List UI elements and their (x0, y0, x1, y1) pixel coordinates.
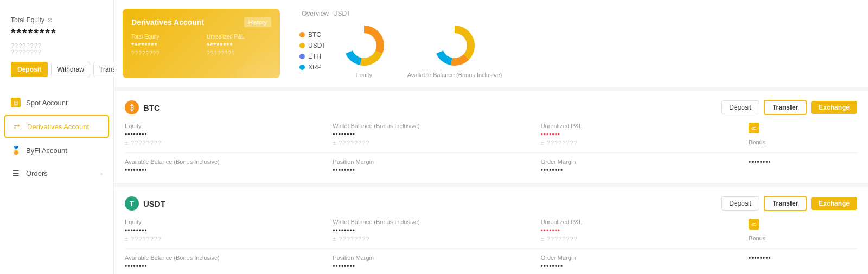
btc-unrealized-value: ••••••• (541, 131, 738, 138)
usdt-wallet-group: Wallet Balance (Bonus Inclusive) •••••••… (333, 219, 540, 243)
btc-unrealized-sub: ± ???????? (541, 139, 738, 146)
overview-section: Overview USDT BTC USDT ETH (289, 0, 868, 87)
usdt-name: T USDT (125, 196, 165, 211)
usdt-wallet-label: Wallet Balance (Bonus Inclusive) (333, 219, 529, 225)
btc-bonus-value: •••••••• (749, 158, 857, 166)
usdt-actions: Deposit Transfer Exchange (721, 196, 857, 211)
byfi-icon: 🏅 (11, 145, 21, 155)
btc-equity-group: Equity •••••••• ± ???????? (125, 123, 333, 147)
eth-dot (299, 54, 305, 59)
sidebar-item-byfi-label: ByFi Account (26, 146, 67, 155)
available-balance-chart: Available Balance (Bonus Inclusive) (407, 24, 502, 78)
usdt-position-label: Position Margin (333, 254, 529, 261)
orders-icon: ☰ (11, 168, 21, 178)
legend-xrp: XRP (299, 63, 326, 71)
sidebar-item-spot-label: Spot Account (26, 99, 68, 107)
card-unrealized-label: Unrealized P&L (207, 34, 271, 40)
usdt-order-group: Order Margin •••••••• (541, 254, 749, 270)
btc-avail-value: •••••••• (125, 167, 322, 174)
svg-point-5 (354, 36, 374, 55)
usdt-unrealized-sub: ± ???????? (541, 235, 738, 242)
sidebar-item-orders[interactable]: ☰ Orders › (0, 162, 113, 184)
card-equity-sub: ???????? (131, 50, 196, 56)
total-equity-label: Total Equity ⊘ (11, 16, 103, 24)
btc-wallet-group: Wallet Balance (Bonus Inclusive) •••••••… (333, 123, 540, 147)
legend-usdt: USDT (299, 42, 326, 49)
usdt-position-value: •••••••• (333, 263, 529, 270)
equity-sub2: ???????? (11, 49, 103, 55)
usdt-deposit-button[interactable]: Deposit (721, 196, 760, 211)
usdt-bonus-value-section: •••••••• (749, 254, 857, 270)
btc-avail-group: Available Balance (Bonus Inclusive) ••••… (125, 158, 333, 174)
btc-actions: Deposit Transfer Exchange (721, 100, 857, 115)
usdt-header: T USDT Deposit Transfer Exchange (125, 196, 857, 211)
usdt-equity-group: Equity •••••••• ± ???????? (125, 219, 333, 243)
orders-arrow-icon: › (100, 169, 103, 177)
usdt-equity-value: •••••••• (125, 227, 322, 234)
btc-header: ₿ BTC Deposit Transfer Exchange (125, 100, 857, 115)
usdt-section: T USDT Deposit Transfer Exchange Equity … (114, 187, 868, 274)
btc-transfer-button[interactable]: Transfer (764, 100, 807, 115)
btc-bonus-label-row: Bonus (749, 139, 857, 147)
card-equity-value: ******** (131, 41, 196, 49)
usdt-avail-label: Available Balance (Bonus Inclusive) (125, 254, 322, 261)
available-balance-donut (433, 24, 476, 67)
btc-deposit-button[interactable]: Deposit (721, 100, 760, 114)
usdt-divider (125, 248, 857, 249)
legend-btc: BTC (299, 31, 326, 39)
eye-icon[interactable]: ⊘ (47, 16, 53, 24)
btc-position-group: Position Margin •••••••• (333, 158, 540, 174)
usdt-exchange-button[interactable]: Exchange (811, 197, 857, 210)
equity-sub: ???????? (11, 42, 103, 49)
btc-unrealized-label: Unrealized P&L (541, 123, 738, 129)
equity-value: ******** (11, 26, 103, 40)
main-content: Derivatives Account History Total Equity… (114, 0, 868, 274)
sidebar-item-byfi[interactable]: 🏅 ByFi Account (0, 139, 113, 162)
equity-chart: Equity (342, 24, 386, 78)
equity-chart-label: Equity (355, 72, 372, 78)
btc-exchange-button[interactable]: Exchange (811, 101, 857, 114)
btc-equity-sub: ± ???????? (125, 139, 322, 146)
usdt-data-row1: Equity •••••••• ± ???????? Wallet Balanc… (125, 219, 857, 243)
sidebar-item-derivatives-label: Derivatives Account (27, 123, 89, 131)
usdt-order-label: Order Margin (541, 254, 738, 261)
sidebar-item-orders-label: Orders (26, 169, 48, 177)
btc-icon: ₿ (125, 100, 139, 114)
usdt-unrealized-value: ••••••• (541, 227, 738, 234)
card-decoration (237, 46, 280, 78)
total-equity-col: Total Equity ******** ???????? (131, 34, 196, 56)
legend: BTC USDT ETH XRP (299, 31, 326, 71)
overview-title: Overview USDT (299, 9, 857, 17)
usdt-avail-group: Available Balance (Bonus Inclusive) ••••… (125, 254, 333, 270)
btc-position-label: Position Margin (333, 158, 529, 165)
usdt-right-section: 🏷 Bonus (749, 219, 857, 243)
sidebar-item-spot[interactable]: ▤ Spot Account (0, 91, 113, 114)
btc-name: ₿ BTC (125, 100, 160, 114)
btc-order-label: Order Margin (541, 158, 738, 165)
usdt-icon: T (125, 196, 139, 211)
usdt-unrealized-group: Unrealized P&L ••••••• ± ???????? (541, 219, 749, 243)
legend-eth: ETH (299, 53, 326, 60)
btc-bonus-icon-row: 🏷 (749, 123, 857, 133)
btc-right-section: 🏷 Bonus (749, 123, 857, 147)
sidebar-nav: ▤ Spot Account ⇄ Derivatives Account 🏅 B… (0, 91, 113, 184)
svg-point-9 (445, 36, 464, 55)
derivatives-card-header: Derivatives Account History (131, 17, 271, 27)
usdt-transfer-button[interactable]: Transfer (764, 196, 807, 211)
deposit-button[interactable]: Deposit (11, 62, 48, 77)
btc-bonus-value-section: •••••••• (749, 158, 857, 174)
top-section: Derivatives Account History Total Equity… (114, 0, 868, 87)
charts: Equity Available Balance (Bonus Inclusiv… (342, 24, 502, 78)
card-equity-label: Total Equity (131, 34, 196, 40)
history-button[interactable]: History (244, 17, 271, 27)
btc-order-group: Order Margin •••••••• (541, 158, 749, 174)
usdt-bonus-value: •••••••• (749, 254, 857, 262)
usdt-wallet-value: •••••••• (333, 227, 529, 234)
btc-data-row1: Equity •••••••• ± ???????? Wallet Balanc… (125, 123, 857, 147)
overview-currency: USDT (333, 10, 351, 17)
withdraw-button[interactable]: Withdraw (51, 62, 90, 77)
usdt-data-row2: Available Balance (Bonus Inclusive) ••••… (125, 254, 857, 270)
btc-avail-label: Available Balance (Bonus Inclusive) (125, 158, 322, 165)
usdt-equity-label: Equity (125, 219, 322, 225)
sidebar-item-derivatives[interactable]: ⇄ Derivatives Account (4, 115, 109, 138)
